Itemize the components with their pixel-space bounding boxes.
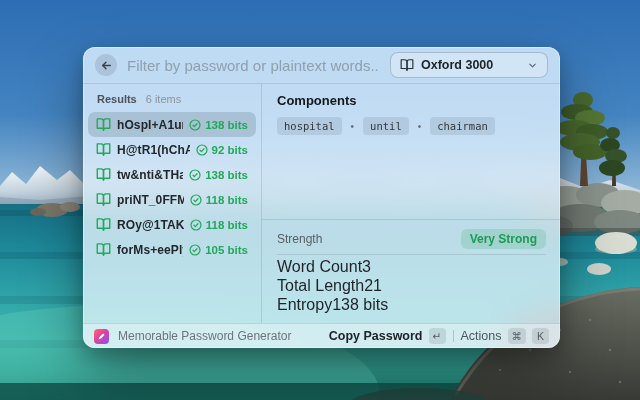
entropy-badge: 92 bits [212,144,248,156]
check-circle-icon [189,119,201,131]
result-row[interactable]: forMs+eePlym4+CH 105 bits [88,237,256,262]
results-header: Results 6 items [88,90,256,112]
components-title: Components [277,93,545,108]
actions-label: Actions [461,329,502,343]
app-window: Oxford 3000 Results 6 items hOspI+A1unTi [83,47,560,348]
window-body: Results 6 items hOspI+A1unTil(HairM… 138… [83,84,560,323]
check-circle-icon [189,244,201,256]
chevron-down-icon [527,60,538,71]
k-keycap: K [532,328,549,344]
divider [277,254,546,255]
dictionary-label: Oxford 3000 [421,58,493,72]
stat-value: 138 bits [332,296,388,314]
app-icon [94,329,109,344]
detail-panel: Components hospital • until • chairman S… [262,84,560,323]
action-bar: Memorable Password Generator Copy Passwo… [83,323,560,348]
result-row[interactable]: H@tR1(hChAR!Ty 92 bits [88,137,256,162]
return-keycap: ↵ [429,328,446,344]
search-bar: Oxford 3000 [83,47,560,84]
copy-password-label: Copy Password [329,329,423,343]
entropy-badge: 118 bits [206,219,248,231]
password-text: tw&nti&THaRR!vE_4T… [117,168,183,182]
book-icon [96,167,111,182]
results-panel: Results 6 items hOspI+A1unTil(HairM… 138… [83,84,262,323]
component-tag: chairman [430,117,495,135]
copy-password-button[interactable]: Copy Password ↵ [329,328,446,344]
entropy-badge: 138 bits [205,169,248,181]
password-text: priNT_0FFMEmBeR+0E [117,193,184,207]
actions-button[interactable]: Actions ⌘ K [461,328,550,344]
stat-label: Word Count [277,258,362,276]
strength-row: Strength Very Strong [277,225,546,253]
cmd-keycap: ⌘ [508,328,527,344]
search-input[interactable] [127,57,380,74]
stat-row: Total Length 21 [277,276,546,295]
check-circle-icon [196,144,208,156]
entropy-badge: 138 bits [205,119,248,131]
check-circle-icon [190,194,202,206]
desktop: Oxford 3000 Results 6 items hOspI+A1unTi [0,0,640,400]
password-text: hOspI+A1unTil(HairM… [117,118,183,132]
check-circle-icon [189,169,201,181]
password-text: forMs+eePlym4+CH [117,243,183,257]
component-tag: until [363,117,409,135]
stat-label: Entropy [277,296,332,314]
check-circle-icon [190,219,202,231]
dictionary-dropdown[interactable]: Oxford 3000 [390,52,548,78]
bullet-separator: • [418,121,422,132]
strength-label: Strength [277,232,322,246]
book-icon [96,192,111,207]
strength-badge: Very Strong [461,229,546,249]
stat-row: Word Count 3 [277,257,546,276]
metadata-section: Strength Very Strong Word Count 3 Total … [262,219,560,323]
stat-row: Entropy 138 bits [277,295,546,314]
result-row[interactable]: hOspI+A1unTil(HairM… 138 bits [88,112,256,137]
book-icon [96,117,111,132]
result-row[interactable]: tw&nti&THaRR!vE_4T… 138 bits [88,162,256,187]
book-icon [400,58,414,72]
results-count: 6 items [146,93,181,105]
component-tag: hospital [277,117,342,135]
result-row[interactable]: priNT_0FFMEmBeR+0E 118 bits [88,187,256,212]
footer-divider [453,330,454,342]
arrow-left-icon [100,59,113,72]
entropy-badge: 105 bits [205,244,248,256]
result-row[interactable]: ROy@1TAK&_inrecALl 118 bits [88,212,256,237]
bullet-separator: • [351,121,355,132]
password-text: H@tR1(hChAR!Ty [117,143,190,157]
stat-label: Total Length [277,277,364,295]
entropy-badge: 118 bits [206,194,248,206]
results-title: Results [97,93,137,105]
components-list: hospital • until • chairman [277,117,545,135]
back-button[interactable] [95,54,117,76]
book-icon [96,217,111,232]
pen-icon [97,332,106,341]
book-icon [96,142,111,157]
password-text: ROy@1TAK&_inrecALl [117,218,184,232]
app-name: Memorable Password Generator [118,329,291,343]
book-icon [96,242,111,257]
stat-value: 3 [362,258,371,276]
stat-value: 21 [364,277,382,295]
